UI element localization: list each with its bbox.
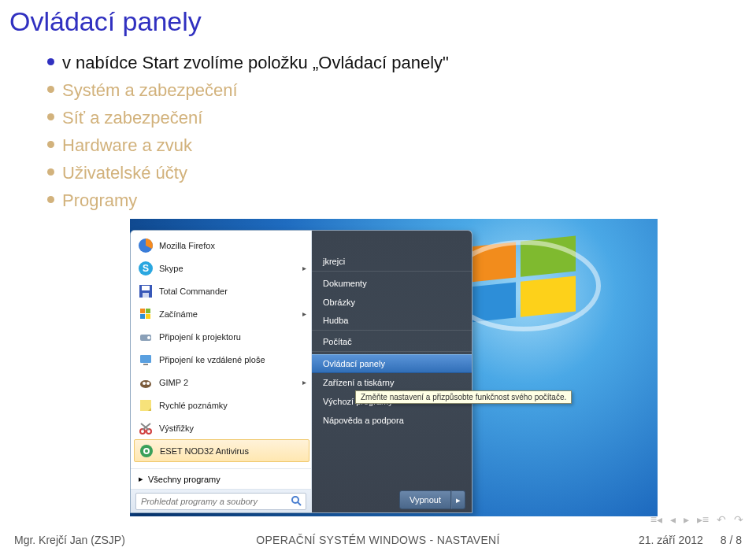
right-item-devices[interactable]: Zařízení a tiskárny — [312, 373, 472, 392]
svg-rect-14 — [146, 314, 150, 319]
program-item-totalcommander[interactable]: Total Commander — [134, 279, 309, 302]
bullet-item: v nabídce Start zvolíme položku „Ovládac… — [47, 50, 756, 76]
footer-page: 8 / 8 — [721, 534, 742, 546]
nav-section-back-icon[interactable]: ≡◂ — [650, 513, 662, 526]
svg-text:S: S — [143, 263, 149, 274]
svg-point-27 — [145, 449, 148, 453]
slide-title: Ovládací panely — [0, 0, 756, 50]
svg-rect-12 — [146, 309, 150, 313]
svg-rect-17 — [140, 355, 151, 363]
svg-point-20 — [143, 382, 146, 385]
program-item-gimp[interactable]: GIMP 2 ▸ — [134, 371, 309, 394]
eset-icon — [138, 442, 155, 460]
svg-point-19 — [140, 380, 151, 388]
right-item-control-panel[interactable]: Ovládací panely — [312, 354, 472, 373]
screenshot-windows-start: Mozilla Firefox S Skype ▸ Total Commande… — [130, 219, 658, 516]
floppy-icon — [137, 283, 154, 300]
bullet-item: Síť a zabezpečení — [47, 105, 756, 131]
right-item-help[interactable]: Nápověda a podpora — [312, 411, 472, 430]
start-right-pane: jkrejci Dokumenty Obrázky Hudba Počítač … — [312, 231, 472, 512]
search-row — [131, 489, 311, 512]
bullet-item: Programy — [47, 187, 756, 213]
svg-rect-22 — [140, 400, 151, 411]
sticky-note-icon — [137, 397, 154, 414]
remote-desktop-icon — [137, 351, 154, 368]
submenu-arrow-icon: ▸ — [302, 264, 306, 272]
start-left-pane: Mozilla Firefox S Skype ▸ Total Commande… — [131, 231, 312, 512]
shutdown-button[interactable]: Vypnout — [399, 490, 451, 509]
shutdown-options-button[interactable]: ▸ — [451, 490, 465, 509]
svg-point-21 — [146, 382, 150, 385]
program-item-skype[interactable]: S Skype ▸ — [134, 257, 309, 279]
program-item-notes[interactable]: Rychlé poznámky — [134, 394, 309, 416]
right-item-music[interactable]: Hudba — [312, 312, 472, 331]
svg-point-16 — [147, 336, 150, 339]
firefox-icon — [137, 237, 154, 254]
submenu-arrow-icon: ▸ — [302, 378, 306, 386]
svg-line-29 — [298, 502, 301, 505]
projector-icon — [137, 328, 154, 346]
skype-icon: S — [137, 260, 154, 277]
nav-forward-icon[interactable]: ▸ — [684, 513, 689, 526]
gimp-icon — [137, 374, 154, 391]
footer-author: Mgr. Krejčí Jan (ZSJP) — [14, 534, 125, 546]
footer-date: 21. září 2012 — [639, 534, 703, 546]
bullet-item: Systém a zabezpečení — [47, 77, 756, 103]
nav-undo-icon[interactable]: ↶ — [717, 513, 726, 526]
right-item-pictures[interactable]: Obrázky — [312, 293, 472, 312]
search-input[interactable] — [135, 493, 306, 510]
footer-title: OPERAČNÍ SYSTÉM WINDOWS - NASTAVENÍ — [256, 534, 499, 546]
program-item-rdp[interactable]: Připojení ke vzdálené ploše — [134, 348, 309, 371]
svg-rect-9 — [142, 286, 150, 290]
right-item-documents[interactable]: Dokumenty — [312, 274, 472, 293]
bullet-item: Hardware a zvuk — [47, 132, 756, 158]
program-item-projector[interactable]: Připojení k projektoru — [134, 325, 309, 348]
nav-back-icon[interactable]: ◂ — [670, 513, 676, 526]
program-item-getting-started[interactable]: Začínáme ▸ — [134, 302, 309, 325]
program-item-eset[interactable]: ESET NOD32 Antivirus — [134, 439, 309, 462]
bullet-list: v nabídce Start zvolíme položku „Ovládac… — [0, 50, 756, 213]
right-item-user[interactable]: jkrejci — [312, 253, 472, 272]
svg-rect-10 — [143, 293, 149, 298]
tooltip: Změňte nastavení a přizpůsobte funkčnost… — [355, 390, 572, 404]
slide-footer: Mgr. Krejčí Jan (ZSJP) OPERAČNÍ SYSTÉM W… — [0, 529, 756, 551]
right-item-computer[interactable]: Počítač — [312, 333, 472, 352]
program-item-firefox[interactable]: Mozilla Firefox — [134, 234, 309, 257]
all-programs-item[interactable]: ▸ Všechny programy — [131, 468, 311, 489]
search-icon — [291, 495, 302, 507]
arrow-right-icon: ▸ — [139, 474, 143, 484]
chevron-right-icon: ▸ — [456, 495, 461, 505]
submenu-arrow-icon: ▸ — [302, 309, 306, 318]
svg-rect-11 — [140, 309, 145, 313]
svg-point-28 — [292, 497, 298, 503]
scissors-icon — [137, 420, 154, 437]
nav-section-forward-icon[interactable]: ▸≡ — [697, 513, 709, 526]
svg-rect-3 — [521, 276, 576, 317]
nav-redo-icon[interactable]: ↷ — [734, 513, 743, 526]
flag-icon — [137, 305, 154, 323]
program-list: Mozilla Firefox S Skype ▸ Total Commande… — [131, 231, 311, 468]
start-menu: Mozilla Firefox S Skype ▸ Total Commande… — [130, 230, 472, 513]
bullet-item: Uživatelské účty — [47, 160, 756, 186]
program-item-snip[interactable]: Výstřižky — [134, 416, 309, 439]
beamer-nav-icons: ≡◂ ◂ ▸ ▸≡ ↶ ↷ — [650, 513, 743, 526]
svg-rect-13 — [140, 314, 145, 319]
svg-rect-18 — [143, 364, 148, 365]
